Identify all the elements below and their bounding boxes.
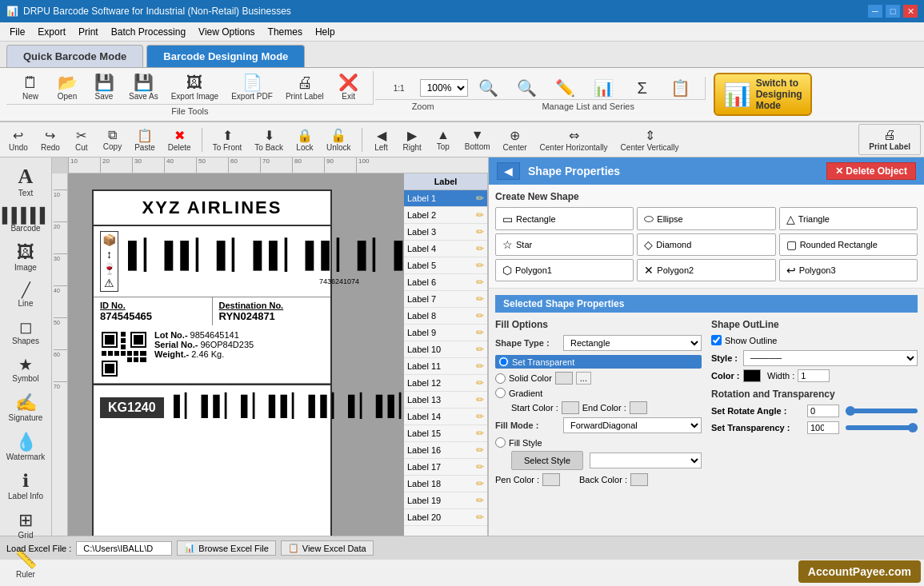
transparency-input[interactable]: [807, 421, 839, 434]
shapes-tool[interactable]: ◻ Shapes: [2, 313, 50, 349]
show-outline-checkbox[interactable]: [711, 335, 722, 345]
manage-list-btn3[interactable]: Σ: [625, 77, 660, 99]
exit-button[interactable]: ❌Exit: [331, 71, 366, 104]
label-list-item[interactable]: Label 5✏: [404, 257, 487, 274]
menu-item-print[interactable]: Print: [72, 25, 105, 39]
start-color-swatch[interactable]: [562, 401, 579, 414]
text-tool[interactable]: A Text: [2, 161, 50, 201]
label-list-item[interactable]: Label 15✏: [404, 425, 487, 442]
paste-button[interactable]: 📋Paste: [129, 126, 161, 154]
top-align-button[interactable]: ▲Top: [429, 126, 458, 153]
set-transparent-radio[interactable]: Set Transparent: [495, 355, 702, 369]
left-align-button[interactable]: ◀Left: [367, 126, 396, 154]
label-list-item[interactable]: Label 16✏: [404, 442, 487, 459]
center-v-button[interactable]: ⇕Center Vertically: [615, 126, 685, 154]
delete-button[interactable]: ✖Delete: [162, 126, 197, 154]
switch-to-designing-button[interactable]: 📊 Switch to Designing Mode: [714, 73, 812, 116]
manage-list-btn4[interactable]: 📋: [663, 77, 698, 99]
cut-button[interactable]: ✂Cut: [67, 126, 96, 154]
tab-barcode-designing[interactable]: Barcode Designing Mode: [146, 45, 305, 67]
outline-style-select[interactable]: ───── - - - - · · · ·: [743, 350, 918, 366]
copy-button[interactable]: ⧉Copy: [98, 126, 127, 153]
print-label-edit-button[interactable]: 🖨Print Label: [858, 124, 921, 155]
gradient-radio[interactable]: [495, 388, 506, 398]
unlock-button[interactable]: 🔓Unlock: [321, 126, 357, 154]
label-list-item[interactable]: Label 1✏: [404, 190, 487, 207]
to-back-button[interactable]: ⬇To Back: [249, 126, 289, 154]
view-excel-button[interactable]: 📋 View Excel Data: [281, 540, 374, 556]
solid-color-swatch[interactable]: [555, 372, 573, 385]
label-list-item[interactable]: Label 13✏: [404, 392, 487, 409]
zoom-percent-select[interactable]: 100% 75% 150% 200%: [420, 79, 468, 97]
bottom-align-button[interactable]: ▼Bottom: [459, 126, 496, 153]
label-list-item[interactable]: Label 6✏: [404, 274, 487, 291]
lock-button[interactable]: 🔒Lock: [290, 126, 319, 154]
transparent-radio-input[interactable]: [498, 357, 509, 367]
triangle-shape-button[interactable]: △Triangle: [779, 207, 918, 230]
select-style-button[interactable]: Select Style: [511, 451, 583, 470]
rotate-input[interactable]: [807, 405, 839, 417]
solid-color-picker-button[interactable]: ...: [576, 372, 591, 385]
print-label-toolbar-button[interactable]: 🖨Print Label: [280, 71, 330, 104]
polygon3-shape-button[interactable]: ↩Polygon3: [779, 259, 918, 281]
export-image-button[interactable]: 🖼Export Image: [166, 71, 224, 104]
polygon2-shape-button[interactable]: ✕Polygon2: [637, 259, 775, 281]
watermark-tool[interactable]: 💧 Watermark: [2, 428, 50, 465]
menu-item-export[interactable]: Export: [31, 25, 72, 39]
right-align-button[interactable]: ▶Right: [398, 126, 427, 154]
image-tool[interactable]: 🖼 Image: [2, 238, 50, 276]
transparency-slider[interactable]: [846, 425, 918, 430]
delete-object-button[interactable]: ✕ Delete Object: [826, 162, 916, 180]
barcode-tool[interactable]: ▌▌▌▌▌ Barcode: [2, 203, 50, 237]
label-list-item[interactable]: Label 3✏: [404, 224, 487, 241]
menu-item-themes[interactable]: Themes: [262, 25, 309, 39]
browse-excel-button[interactable]: 📊 Browse Excel File: [177, 540, 275, 556]
fill-mode-select[interactable]: ForwardDiagonal BackwardDiagonal Horizon…: [563, 417, 702, 433]
label-list-item[interactable]: Label 11✏: [404, 358, 487, 375]
label-list-item[interactable]: Label 18✏: [404, 476, 487, 492]
label-list-item[interactable]: Label 8✏: [404, 308, 487, 325]
zoom-in-button[interactable]: 🔍: [471, 77, 506, 99]
center-align-button[interactable]: ⊕Center: [498, 126, 533, 154]
close-button[interactable]: ✕: [903, 5, 918, 18]
rounded-rect-shape-button[interactable]: ▢Rounded Rectangle: [779, 233, 918, 256]
label-list-item[interactable]: Label 20✏: [404, 509, 487, 526]
design-canvas[interactable]: XYZ AIRLINES 📦 ↕ 🍷 ⚠: [68, 173, 404, 536]
export-pdf-button[interactable]: 📄Export PDF: [226, 71, 278, 104]
pen-color-swatch[interactable]: [542, 473, 560, 486]
redo-button[interactable]: ↪Redo: [35, 126, 66, 154]
menu-item-file[interactable]: File: [3, 25, 31, 39]
label-list-item[interactable]: Label 17✏: [404, 459, 487, 476]
manage-list-btn1[interactable]: ✏️: [548, 77, 583, 99]
menu-item-view-options[interactable]: View Options: [192, 25, 261, 39]
label-list-item[interactable]: Label 9✏: [404, 325, 487, 341]
label-list-item[interactable]: Label 4✏: [404, 241, 487, 257]
zoom-ratio-button[interactable]: 1:1: [382, 79, 417, 96]
solid-color-radio[interactable]: [495, 373, 506, 384]
maximize-button[interactable]: □: [886, 5, 900, 18]
shape-type-select[interactable]: Rectangle Ellipse Triangle: [563, 335, 702, 351]
label-list-item[interactable]: Label 19✏: [404, 492, 487, 509]
line-tool[interactable]: ╱ Line: [2, 277, 50, 312]
zoom-out-button[interactable]: 🔍: [510, 77, 545, 99]
symbol-tool[interactable]: ★ Symbol: [2, 351, 50, 387]
menu-item-batch-processing[interactable]: Batch Processing: [105, 25, 192, 39]
signature-tool[interactable]: ✍ Signature: [2, 389, 50, 426]
fill-style-select[interactable]: [590, 452, 702, 468]
minimize-button[interactable]: ─: [868, 5, 882, 18]
undo-button[interactable]: ↩Undo: [3, 126, 34, 154]
back-color-swatch[interactable]: [630, 473, 648, 486]
label-list-item[interactable]: Label 12✏: [404, 375, 487, 392]
save-as-button[interactable]: 💾Save As: [123, 71, 164, 104]
label-list-item[interactable]: Label 10✏: [404, 341, 487, 358]
shape-props-back-button[interactable]: ◀: [497, 162, 520, 180]
width-input[interactable]: [798, 369, 830, 382]
label-list-item[interactable]: Label 14✏: [404, 409, 487, 425]
save-button[interactable]: 💾Save: [86, 71, 122, 104]
label-list-item[interactable]: Label 7✏: [404, 291, 487, 308]
tab-quick-barcode[interactable]: Quick Barcode Mode: [6, 45, 143, 67]
new-button[interactable]: 🗒New: [13, 71, 48, 104]
end-color-swatch[interactable]: [630, 401, 647, 414]
star-shape-button[interactable]: ☆Star: [495, 233, 634, 256]
fill-style-radio[interactable]: [495, 437, 506, 448]
